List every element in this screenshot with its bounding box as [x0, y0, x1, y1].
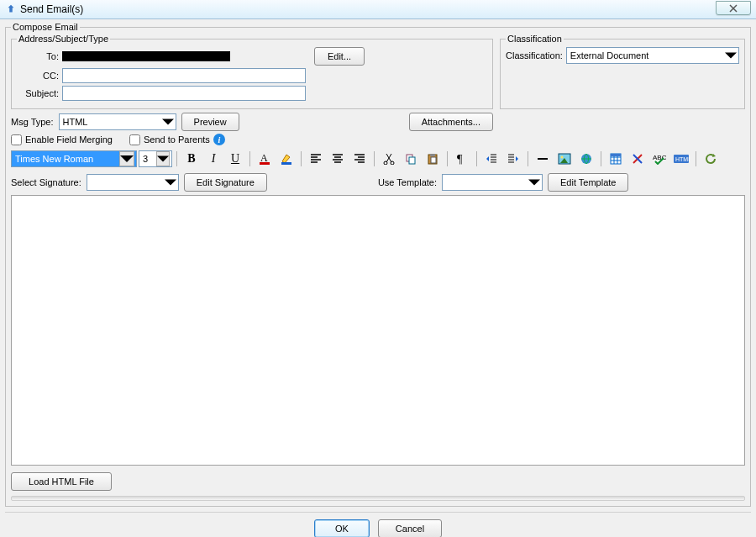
chevron-down-icon: [725, 49, 737, 62]
classification-legend: Classification: [506, 34, 564, 44]
attachments-button[interactable]: Attachments...: [409, 113, 493, 131]
select-signature-label: Select Signature:: [11, 177, 81, 187]
svg-rect-19: [538, 158, 548, 160]
font-size-value: 3: [143, 154, 148, 164]
align-left-button[interactable]: [306, 150, 326, 168]
svg-point-9: [384, 161, 387, 165]
font-size-select[interactable]: 3: [139, 150, 172, 167]
chevron-down-icon: [156, 151, 170, 166]
font-family-value: Times New Roman: [15, 154, 119, 164]
svg-point-21: [561, 156, 564, 159]
svg-rect-12: [409, 157, 415, 164]
dialog-buttons: OK Cancel: [5, 512, 751, 537]
paste-button[interactable]: [423, 150, 443, 168]
svg-text:ABC: ABC: [653, 154, 666, 161]
load-html-file-button[interactable]: Load HTML File: [11, 472, 112, 491]
preview-button[interactable]: Preview: [181, 113, 239, 131]
subject-input[interactable]: [62, 86, 306, 101]
svg-marker-7: [282, 155, 290, 163]
copy-button[interactable]: [401, 150, 421, 168]
underline-button[interactable]: U: [225, 150, 245, 168]
cc-input[interactable]: [62, 68, 306, 83]
svg-marker-1: [725, 53, 737, 59]
svg-text:HTML: HTML: [675, 156, 690, 162]
insert-link-button[interactable]: [576, 150, 596, 168]
svg-point-10: [391, 161, 394, 165]
classification-select[interactable]: External Document: [566, 47, 739, 64]
app-icon: [5, 3, 17, 15]
address-legend: Address/Subject/Type: [17, 34, 110, 44]
cut-button[interactable]: [379, 150, 399, 168]
remove-format-button[interactable]: [627, 150, 648, 168]
svg-rect-15: [430, 154, 435, 156]
svg-marker-4: [157, 156, 169, 162]
chevron-down-icon: [119, 151, 134, 166]
font-color-button[interactable]: A: [255, 150, 275, 168]
to-label: To:: [17, 51, 59, 61]
edit-template-button[interactable]: Edit Template: [548, 173, 628, 192]
insert-table-button[interactable]: [606, 150, 626, 168]
cancel-button[interactable]: Cancel: [378, 519, 442, 537]
edit-signature-button[interactable]: Edit Signature: [184, 173, 267, 192]
signature-select[interactable]: [87, 174, 179, 191]
compose-group: Compose Email Address/Subject/Type To: E…: [5, 22, 751, 507]
msgtype-select[interactable]: HTML: [59, 113, 176, 130]
svg-marker-31: [528, 180, 540, 186]
msgtype-value: HTML: [63, 117, 88, 127]
chevron-down-icon: [162, 115, 174, 129]
paragraph-button[interactable]: ¶: [452, 150, 472, 168]
svg-marker-0: [8, 5, 14, 13]
align-right-button[interactable]: [349, 150, 370, 168]
title-bar: Send Email(s): [0, 0, 756, 19]
enable-field-merging-checkbox[interactable]: Enable Field Merging: [11, 134, 113, 145]
outdent-button[interactable]: [481, 150, 501, 168]
refresh-button[interactable]: [701, 150, 721, 168]
cc-label: CC:: [17, 71, 59, 81]
address-group: Address/Subject/Type To: Edit... CC: Sub…: [11, 34, 493, 109]
chevron-down-icon: [165, 176, 176, 189]
classification-label: Classification:: [506, 50, 563, 61]
use-template-label: Use Template:: [378, 177, 437, 187]
msgtype-label: Msg Type:: [11, 117, 54, 127]
highlight-button[interactable]: [276, 150, 297, 168]
svg-marker-17: [486, 156, 489, 161]
align-center-button[interactable]: [328, 150, 348, 168]
info-icon[interactable]: i: [213, 134, 225, 145]
window-title: Send Email(s): [20, 3, 83, 15]
classification-value: External Document: [570, 50, 649, 61]
font-family-select[interactable]: Times New Roman: [11, 150, 137, 167]
send-to-parents-checkbox[interactable]: Send to Parents: [129, 134, 210, 145]
svg-rect-14: [431, 157, 436, 163]
horizontal-rule-button[interactable]: [533, 150, 553, 168]
compose-legend: Compose Email: [11, 22, 80, 32]
svg-rect-25: [611, 154, 621, 156]
edit-recipients-button[interactable]: Edit...: [314, 47, 365, 66]
svg-text:A: A: [260, 152, 268, 164]
svg-marker-2: [162, 119, 174, 125]
message-body-editor[interactable]: [11, 195, 745, 466]
spellcheck-button[interactable]: ABC: [649, 150, 669, 168]
indent-button[interactable]: [503, 150, 523, 168]
html-source-button[interactable]: HTML: [671, 150, 691, 168]
svg-marker-30: [165, 180, 176, 186]
close-button[interactable]: [716, 1, 751, 15]
ok-button[interactable]: OK: [314, 519, 370, 537]
svg-rect-6: [260, 162, 270, 165]
svg-marker-18: [516, 156, 518, 161]
insert-image-button[interactable]: [554, 150, 575, 168]
bold-button[interactable]: B: [181, 150, 202, 168]
send-to-parents-label: Send to Parents: [144, 134, 210, 145]
subject-label: Subject:: [17, 88, 59, 98]
to-redacted: [62, 51, 230, 61]
italic-button[interactable]: I: [203, 150, 223, 168]
separator: [11, 496, 745, 501]
classification-group: Classification Classification: External …: [500, 34, 745, 109]
svg-text:¶: ¶: [457, 153, 463, 165]
svg-marker-3: [120, 155, 134, 162]
template-select[interactable]: [442, 174, 543, 191]
svg-rect-8: [281, 162, 291, 165]
enable-field-merging-label: Enable Field Merging: [25, 134, 113, 145]
editor-toolbar: Times New Roman 3 B I U A: [11, 148, 745, 170]
chevron-down-icon: [528, 176, 540, 189]
